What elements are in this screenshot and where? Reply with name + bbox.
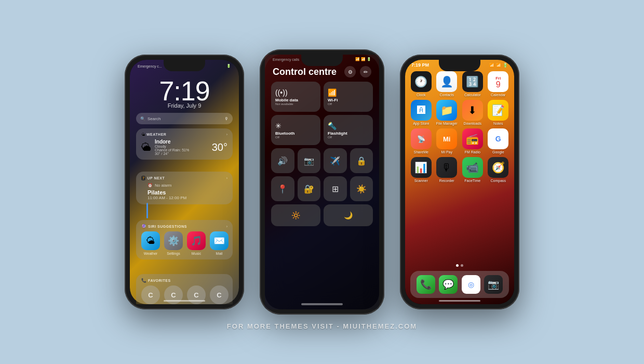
phone-3-screen: 7:19 PM 📶 📶 🔋 🕐 Clock 👤 Co [405,60,514,304]
app-google[interactable]: G Google [487,128,511,154]
cc-settings-icon[interactable]: ⚙ [344,66,356,77]
cc-screenrecord-tile[interactable]: ⊞ [324,176,347,201]
weather-content: 🌥 Indore Cloudy Chance of Rain: 51% 30° … [141,139,227,155]
upnext-title: UP NEXT [147,176,165,180]
fav-contact-4[interactable]: C Contact 4 [210,285,229,304]
weather-title: WEATHER [146,133,166,136]
cc-lock-tile[interactable]: 🔒 [350,148,373,173]
upnext-line [146,203,148,218]
cc-row-5: 🔆 🌙 [271,204,373,226]
app-calendar[interactable]: Fri 9 Calendar [487,71,511,97]
wifi-label: Wi-Fi [328,98,338,102]
battery-status-icon: 🔋 [503,63,508,68]
cc-header: Control centre ⚙ ✏ [273,66,371,77]
cc-volume-tile[interactable]: 🔊 [271,148,294,173]
weather-header: 🌤 WEATHER › [141,133,227,136]
cc-brightness-slider[interactable]: 🔆 [271,204,320,226]
app-row-4: 📊 Scanner 🎙 Recorder 📹 FaceTime 🧭 Compas… [409,157,510,183]
home-indicator-3 [439,300,480,302]
app-shareme[interactable]: 📡 ShareMe [409,128,433,154]
upnext-chevron-icon: › [226,176,227,180]
upnext-event: Pilates [147,189,227,196]
fav-title: FAVORITES [148,279,171,282]
app-compass[interactable]: 🧭 Compass [487,157,511,183]
fav-contact-1[interactable]: C Contact 1 [141,285,160,304]
cc-row-1: ((•)) Mobile data Not available 📶 Wi-Fi … [271,82,373,112]
cc-brightness-tile[interactable]: ☀️ [350,176,373,201]
phone-2-status-icons: 📶 📶 🔋 [355,57,371,61]
search-bar[interactable]: 🔍 Search 🎙 [136,113,233,124]
phone-2-notch [301,55,343,66]
weather-temp: 30° [212,141,227,153]
search-icon: 🔍 [140,116,145,121]
app-scanner[interactable]: 📊 Scanner [409,157,433,183]
bluetooth-label: Bluetooth [275,131,294,136]
app-contacts[interactable]: 👤 Contacts [435,71,459,97]
app-notes[interactable]: 📝 Notes [487,100,511,125]
phone-2-emergency: Emergency calls [273,58,299,61]
app-recorder[interactable]: 🎙 Recorder [435,157,459,183]
cc-flashlight-tile[interactable]: 🔦 Flashlight Off [324,115,373,145]
dock-camera[interactable]: 📷 [484,275,503,294]
app-mipay[interactable]: Mi Mi Pay [435,128,459,154]
app-calculator[interactable]: 🔢 Calculator [461,71,485,97]
app-row-1: 🕐 Clock 👤 Contacts 🔢 Calculator Fri [409,71,510,97]
siri-app-music[interactable]: 🎵 Music [187,231,206,255]
siri-title: SIRI SUGGESTIONS [148,225,187,228]
siri-chevron-icon: › [226,225,227,228]
app-row-3: 📡 ShareMe Mi Mi Pay 📻 FM Radio [409,128,510,154]
phone-1-date: Friday, July 9 [130,102,239,109]
app-row-2: 🅰 App Store 📁 File Manager ⬇ Downloads 📝… [409,100,510,125]
cc-bluetooth-tile[interactable]: ✳ Bluetooth Off [271,115,320,145]
cc-title: Control centre [273,67,337,77]
location-icon: 📍 [277,184,288,194]
app-filemanager[interactable]: 📁 File Manager [435,100,459,125]
cc-moon-slider[interactable]: 🌙 [324,204,373,226]
cc-camera-tile[interactable]: 📷 [298,148,321,173]
chevron-right-icon: › [226,133,227,136]
cc-grid: ((•)) Mobile data Not available 📶 Wi-Fi … [271,82,373,229]
cc-row-4: 📍 🔐 ⊞ ☀️ [271,176,373,201]
cc-mobile-data-tile[interactable]: ((•)) Mobile data Not available [271,82,320,112]
dock: 📞 💬 ◎ 📷 [410,271,509,298]
phones-container: Emergency c... 🔋 7:19 Friday, July 9 🔍 S… [125,49,519,315]
brightness-icon: ☀️ [356,184,367,194]
search-placeholder: Search [147,116,160,121]
app-appstore[interactable]: 🅰 App Store [409,100,433,125]
cc-airplane-tile[interactable]: ✈️ [324,148,347,173]
mobile-data-sub: Not available [275,102,293,106]
dock-messages[interactable]: 💬 [439,275,458,294]
fav-header: 📞 FAVORITES [141,278,227,283]
app-clock[interactable]: 🕐 Clock [409,71,433,97]
dock-chrome[interactable]: ◎ [462,275,480,294]
camera-icon: 📷 [304,156,314,166]
cc-screenlock-tile[interactable]: 🔐 [298,176,321,201]
cc-edit-icon[interactable]: ✏ [360,66,371,77]
dock-phone[interactable]: 📞 [417,275,435,294]
home-indicator-2 [301,303,343,305]
siri-app-mail[interactable]: ✉️ Mail [210,231,229,255]
bluetooth-sub: Off [275,136,279,139]
flashlight-icon: 🔦 [328,122,337,130]
app-fmradio[interactable]: 📻 FM Radio [461,128,485,154]
cc-location-tile[interactable]: 📍 [271,176,294,201]
app-downloads[interactable]: ⬇ Downloads [461,100,485,125]
phone-1-status-icons: 🔋 [226,64,231,68]
upnext-alarm: ⏰ No alarm [147,183,227,188]
phone-1-notch [164,60,205,71]
weather-condition-icon: 🌥 [141,141,152,153]
siri-app-settings[interactable]: ⚙️ Settings [164,231,183,255]
weather-widget: 🌤 WEATHER › 🌥 Indore Cloudy Chance of Ra… [136,128,233,160]
page-dot-2 [461,264,463,267]
mobile-data-label: Mobile data [275,98,298,102]
cc-wifi-tile[interactable]: 📶 Wi-Fi Off [324,82,373,112]
no-alarm-text: No alarm [155,183,171,188]
wifi-status-icon: 📶 [496,63,501,68]
siri-apps: 🌤 Weather ⚙️ Settings 🎵 Music ✉️ Mail [141,231,227,255]
app-facetime[interactable]: 📹 FaceTime [461,157,485,183]
page-dot-1 [456,264,459,267]
cc-row-2: ✳ Bluetooth Off 🔦 Flashlight Off [271,115,373,145]
cc-header-icons: ⚙ ✏ [344,66,371,77]
siri-app-weather[interactable]: 🌤 Weather [141,231,160,255]
weather-city: Indore [155,139,189,145]
